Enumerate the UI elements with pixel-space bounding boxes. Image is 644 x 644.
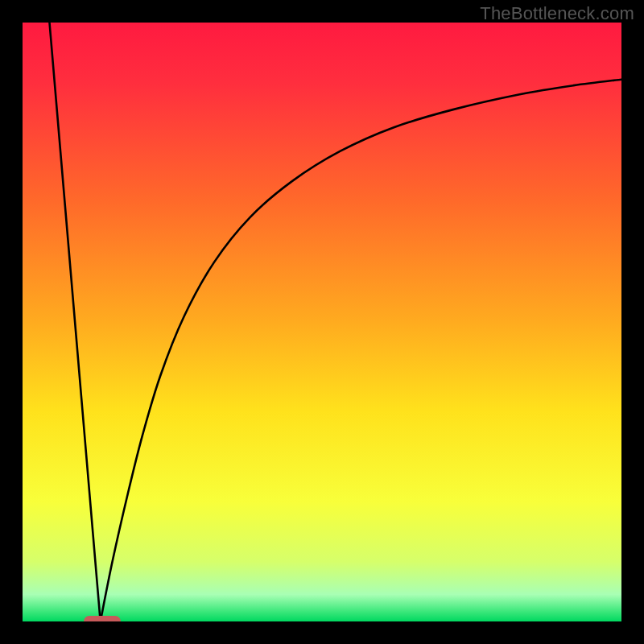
- chart-curves: [23, 23, 621, 621]
- watermark-text: TheBottleneck.com: [480, 3, 634, 24]
- optimal-point-marker: [84, 616, 121, 621]
- series-left-line: [49, 23, 100, 621]
- series-right-curve: [101, 80, 621, 621]
- chart-frame: TheBottleneck.com: [0, 0, 644, 644]
- plot-area: [23, 23, 621, 621]
